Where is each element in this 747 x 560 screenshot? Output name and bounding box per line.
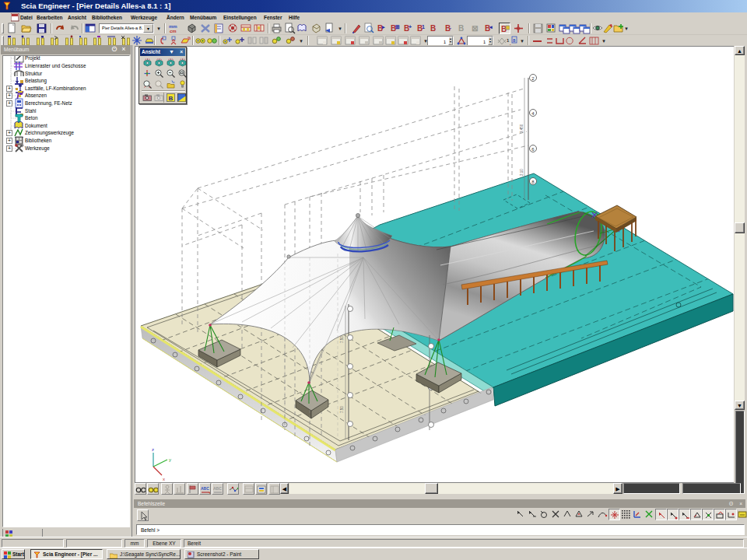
- svg-text:2.10: 2.10: [520, 169, 524, 176]
- svg-text:3.450: 3.450: [520, 124, 524, 133]
- svg-text:+: +: [209, 490, 211, 495]
- svg-text:7.50: 7.50: [340, 406, 344, 413]
- svg-text:8: 8: [513, 38, 516, 43]
- svg-text:+: +: [409, 24, 412, 30]
- svg-text:⊞: ⊞: [395, 24, 400, 30]
- svg-text:ABC: ABC: [213, 486, 222, 491]
- svg-text:◂: ◂: [489, 24, 493, 30]
- svg-text:y: y: [169, 457, 171, 462]
- svg-text:1: 1: [422, 24, 425, 30]
- svg-text:x: x: [163, 477, 165, 481]
- svg-text:B: B: [458, 24, 464, 33]
- svg-text:B: B: [169, 95, 174, 102]
- svg-text:▸: ▸: [381, 24, 385, 30]
- svg-text:cm: cm: [170, 29, 177, 33]
- svg-text:7.50: 7.50: [340, 336, 344, 343]
- svg-text:B: B: [430, 24, 436, 33]
- svg-text:z: z: [152, 447, 154, 452]
- svg-text:⊠: ⊠: [472, 24, 478, 33]
- svg-text:.: .: [450, 24, 451, 30]
